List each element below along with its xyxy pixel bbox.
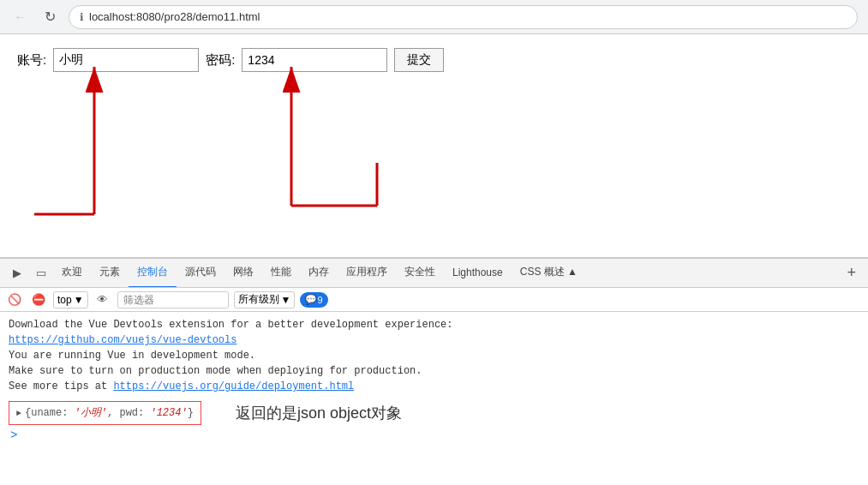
page-content: 账号: 密码: 提交	[0, 34, 868, 257]
reload-button[interactable]: ↻	[39, 7, 60, 27]
form-row: 账号: 密码: 提交	[17, 48, 851, 72]
password-label: 密码:	[206, 52, 235, 69]
context-selector[interactable]: top ▼	[53, 291, 88, 308]
password-input[interactable]	[242, 48, 387, 72]
tab-security[interactable]: 安全性	[396, 259, 444, 288]
tab-lighthouse[interactable]: Lighthouse	[444, 259, 512, 288]
console-link-1[interactable]: https://github.com/vuejs/vue-devtools	[9, 332, 859, 348]
badge-icon: 💬	[305, 294, 317, 305]
top-label: top	[57, 294, 72, 306]
console-line-4: See more tips at https://vuejs.org/guide…	[9, 379, 859, 394]
eye-icon[interactable]: 👁	[93, 290, 112, 309]
tab-sources[interactable]: 源代码	[177, 259, 224, 288]
console-content: Download the Vue Devtools extension for …	[0, 312, 868, 450]
devtools-panel: ▶ ▭ 欢迎 元素 控制台 源代码 网络 性能 内存 应用程序 安全性 Ligh…	[0, 257, 868, 485]
devtools-icon-1[interactable]: ▶	[5, 259, 29, 288]
clear-console-button[interactable]: 🚫	[5, 290, 24, 309]
expand-triangle: ►	[16, 407, 21, 420]
url-text: localhost:8080/pro28/demo11.html	[89, 10, 260, 23]
back-button[interactable]: ←	[10, 7, 31, 27]
tab-elements[interactable]: 元素	[91, 259, 129, 288]
tab-application[interactable]: 应用程序	[338, 259, 396, 288]
account-input[interactable]	[53, 48, 199, 72]
address-bar[interactable]: ℹ localhost:8080/pro28/demo11.html	[69, 5, 858, 29]
tab-network[interactable]: 网络	[224, 259, 262, 288]
level-selector[interactable]: 所有级别 ▼	[234, 291, 296, 308]
block-button[interactable]: ⛔	[29, 290, 48, 309]
chevron-down-icon: ▼	[74, 294, 84, 306]
message-count-badge: 💬 9	[300, 292, 327, 308]
browser-chrome: ← ↻ ℹ localhost:8080/pro28/demo11.html	[0, 0, 868, 34]
account-label: 账号:	[17, 52, 46, 69]
tab-performance[interactable]: 性能	[262, 259, 300, 288]
tab-memory[interactable]: 内存	[300, 259, 338, 288]
object-key-uname: {uname: '小明', pwd: '1234'}	[25, 405, 194, 421]
devtools-tabs: ▶ ▭ 欢迎 元素 控制台 源代码 网络 性能 内存 应用程序 安全性 Ligh…	[0, 259, 868, 288]
tab-css[interactable]: CSS 概述 ▲	[512, 259, 586, 288]
console-line-2: You are running Vue in development mode.	[9, 348, 859, 363]
devtools-icon-2[interactable]: ▭	[29, 259, 53, 288]
console-object-box[interactable]: ► {uname: '小明', pwd: '1234'}	[9, 401, 201, 425]
info-icon: ℹ	[80, 11, 84, 23]
console-toolbar: 🚫 ⛔ top ▼ 👁 所有级别 ▼ 💬 9	[0, 288, 868, 312]
chevron-down-icon-2: ▼	[281, 294, 291, 306]
tab-console[interactable]: 控制台	[129, 259, 177, 288]
badge-count: 9	[317, 295, 322, 305]
filter-input[interactable]	[117, 291, 229, 308]
submit-button[interactable]: 提交	[394, 48, 444, 72]
tab-plus-button[interactable]: +	[840, 259, 863, 288]
console-object-row: ► {uname: '小明', pwd: '1234'} 返回的是json ob…	[9, 401, 859, 425]
console-cursor[interactable]: >	[9, 427, 859, 445]
level-label: 所有级别	[238, 292, 279, 307]
json-annotation: 返回的是json object对象	[236, 402, 402, 425]
console-line-3: Make sure to turn on production mode whe…	[9, 363, 859, 379]
tab-welcome[interactable]: 欢迎	[53, 259, 91, 288]
console-line-1: Download the Vue Devtools extension for …	[9, 317, 859, 332]
